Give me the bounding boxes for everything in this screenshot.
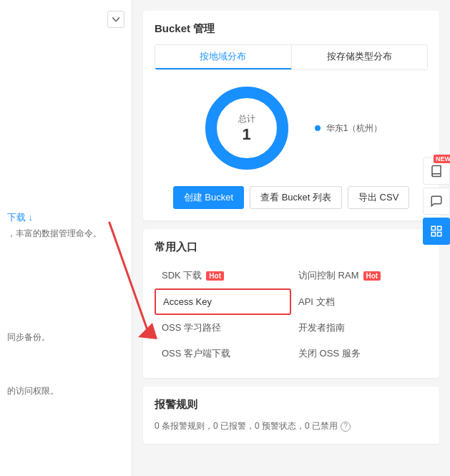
svg-rect-5: [438, 226, 441, 230]
entry-oss-client-label: OSS 客户端下载: [162, 347, 230, 360]
view-bucket-list-button[interactable]: 查看 Bucket 列表: [250, 186, 342, 209]
svg-rect-4: [431, 226, 435, 230]
entry-sdk-label: SDK 下载: [162, 269, 202, 282]
entry-oss-learning[interactable]: OSS 学习路径: [155, 315, 291, 341]
entry-oss-client[interactable]: OSS 客户端下载: [155, 341, 291, 366]
toolbar-book-button[interactable]: NEW: [423, 157, 450, 185]
dropdown-button[interactable]: [107, 11, 124, 28]
toolbar-grid-button[interactable]: [423, 218, 450, 245]
entry-api-docs-label: API 文档: [298, 296, 335, 309]
entry-access-key-label: Access Key: [163, 296, 212, 307]
bucket-management-card: Bucket 管理 按地域分布 按存储类型分布 总计 1: [143, 11, 439, 220]
create-bucket-button[interactable]: 创建 Bucket: [173, 186, 244, 209]
legend-item-0: 华东1（杭州）: [315, 122, 383, 135]
entry-dev-guide-label: 开发者指南: [298, 321, 345, 334]
bucket-card-title: Bucket 管理: [155, 22, 428, 36]
legend-label-0: 华东1（杭州）: [326, 122, 383, 135]
sync-text: 同步备份。: [7, 331, 50, 344]
entry-access-key[interactable]: Access Key: [155, 288, 291, 315]
alarm-desc-text: 0 条报警规则，0 已报警，0 预警状态，0 已禁用: [155, 420, 338, 432]
svg-rect-6: [431, 233, 435, 236]
entry-sdk-download[interactable]: SDK 下载 Hot: [155, 263, 291, 288]
bucket-actions: 创建 Bucket 查看 Bucket 列表 导出 CSV: [155, 186, 428, 209]
main-panel: Bucket 管理 按地域分布 按存储类型分布 总计 1: [132, 0, 450, 476]
download-link[interactable]: 下载 ↓: [7, 211, 102, 224]
entry-api-docs[interactable]: API 文档: [291, 288, 428, 315]
entry-ram[interactable]: 访问控制 RAM Hot: [291, 263, 428, 288]
access-text: 的访问权限。: [7, 385, 59, 397]
entry-ram-label: 访问控制 RAM: [298, 269, 359, 282]
tab-storage[interactable]: 按存储类型分布: [291, 45, 428, 69]
chart-area: 总计 1 华东1（杭州）: [155, 82, 428, 175]
left-description: ，丰富的数据管理命令。: [7, 228, 102, 240]
toolbar-chat-button[interactable]: [423, 188, 450, 215]
donut-total-value: 1: [238, 125, 255, 144]
sdk-hot-badge: Hot: [206, 271, 224, 281]
entry-close-oss-label: 关闭 OSS 服务: [298, 347, 361, 360]
right-toolbar: NEW: [423, 157, 450, 245]
donut-label: 总计 1: [238, 113, 255, 144]
help-icon[interactable]: ?: [341, 422, 351, 432]
entry-close-oss[interactable]: 关闭 OSS 服务: [291, 341, 428, 366]
alarm-card-title: 报警规则: [155, 398, 428, 412]
svg-rect-7: [438, 233, 441, 236]
tab-region[interactable]: 按地域分布: [155, 45, 291, 69]
entry-grid: SDK 下载 Hot 访问控制 RAM Hot Access Key API 文…: [155, 263, 428, 366]
common-entry-card: 常用入口 SDK 下载 Hot 访问控制 RAM Hot Access Key …: [143, 229, 439, 378]
ram-hot-badge: Hot: [363, 271, 381, 281]
chart-legend: 华东1（杭州）: [315, 122, 383, 135]
bucket-tab-bar: 按地域分布 按存储类型分布: [155, 44, 428, 70]
donut-total-text: 总计: [238, 113, 255, 125]
export-csv-button[interactable]: 导出 CSV: [348, 186, 409, 209]
common-entry-title: 常用入口: [155, 241, 428, 254]
legend-dot-0: [315, 125, 321, 131]
new-badge: NEW: [434, 155, 450, 163]
alarm-description: 0 条报警规则，0 已报警，0 预警状态，0 已禁用 ?: [155, 420, 428, 432]
entry-oss-learning-label: OSS 学习路径: [162, 321, 221, 334]
donut-chart: 总计 1: [200, 82, 293, 175]
left-panel: 下载 ↓ ，丰富的数据管理命令。 同步备份。 的访问权限。: [0, 0, 132, 476]
alarm-rules-card: 报警规则 0 条报警规则，0 已报警，0 预警状态，0 已禁用 ?: [143, 387, 439, 444]
entry-dev-guide[interactable]: 开发者指南: [291, 315, 428, 341]
